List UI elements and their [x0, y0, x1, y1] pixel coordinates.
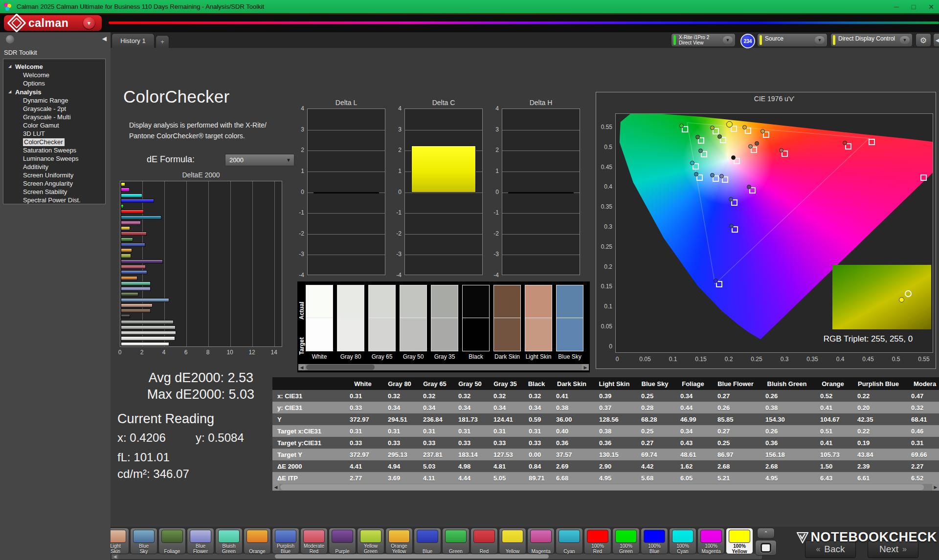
patch-button-foliage[interactable]: Foliage	[158, 528, 186, 554]
sidebar-item-dynamic-range[interactable]: Dynamic Range	[3, 96, 105, 105]
patch-button-cyan[interactable]: Cyan	[556, 528, 583, 554]
table-cell: 183.14	[452, 449, 488, 460]
sidebar-item-options[interactable]: Options	[3, 79, 105, 87]
window-icon	[762, 544, 770, 551]
measurement-table-grid: WhiteGray 80Gray 65Gray 50Gray 35BlackDa…	[272, 377, 939, 484]
sidebar-item-3d-lut[interactable]: 3D LUT	[3, 129, 105, 138]
meter-count-badge[interactable]: 234	[740, 34, 755, 48]
patch-button-green[interactable]: Green	[442, 528, 470, 554]
sidebar-item-welcome[interactable]: Welcome	[3, 71, 105, 79]
sidebar-item-spectral-power-dist-[interactable]: Spectral Power Dist.	[3, 196, 105, 204]
patch-swatch	[388, 530, 410, 543]
patch-button-blue-flower[interactable]: BlueFlower	[187, 528, 214, 554]
patch-button-orange[interactable]: Orange	[244, 528, 271, 554]
patch-button-yellow[interactable]: Yellow	[499, 528, 526, 554]
column-header-gray-35: Gray 35	[488, 377, 523, 390]
tab-add-button[interactable]: +	[156, 35, 169, 48]
swatch-column-dark-skin[interactable]: Dark Skin	[493, 285, 521, 360]
scroll-left-icon[interactable]: ◀	[272, 484, 279, 491]
display-control-dropdown[interactable]: Direct Display Control ▼	[830, 33, 913, 47]
maximize-icon[interactable]: □	[912, 3, 916, 11]
table-cell: 4.95	[760, 472, 814, 484]
patch-button-magenta[interactable]: Magenta	[527, 528, 555, 554]
swatch-column-blue-sky[interactable]: Blue Sky	[556, 285, 583, 360]
table-cell: 236.84	[417, 413, 452, 425]
de-formula-select[interactable]: 2000 ▼	[225, 154, 294, 166]
workflow-orb-icon[interactable]	[6, 35, 14, 43]
patch-button-100-cyan[interactable]: 100%Cyan	[669, 528, 696, 554]
patch-button-100-green[interactable]: 100%Green	[612, 528, 640, 554]
deltae-bar-green	[121, 237, 133, 241]
settings-button[interactable]: ⚙	[916, 33, 931, 47]
meter-dropdown[interactable]: X-Rite i1Pro 2 Direct View ▼	[671, 33, 736, 47]
tree-expander-icon[interactable]: ◢	[8, 89, 11, 94]
delta_c-ytick-1: 1	[392, 168, 402, 174]
swatch-column-black[interactable]: Black	[462, 285, 490, 360]
minimize-icon[interactable]: ─	[894, 3, 899, 11]
target-swatch	[306, 318, 333, 351]
tree-group-analysis[interactable]: ◢Analysis	[3, 87, 105, 96]
sidebar-item-colorchecker[interactable]: ColorChecker	[3, 138, 105, 146]
patch-button-100-yellow[interactable]: 100%Yellow	[726, 528, 753, 554]
calman-menu-dropdown[interactable]: ▼	[83, 17, 95, 29]
patchbar-scrollbar[interactable]: ◀	[112, 554, 762, 559]
sidebar-item-screen-stability[interactable]: Screen Stability	[3, 188, 105, 196]
pattern-window-button[interactable]	[755, 540, 777, 556]
next-button[interactable]: Next »	[868, 540, 918, 558]
cie-xtick-0.4: 0.4	[831, 356, 849, 363]
tree-expander-icon[interactable]: ◢	[8, 64, 11, 68]
source-dropdown[interactable]: Source ▼	[757, 33, 827, 47]
scroll-thumb[interactable]	[306, 365, 375, 370]
sidebar-item-screen-angularity[interactable]: Screen Angularity	[3, 179, 105, 188]
swatch-column-gray-35[interactable]: Gray 35	[431, 285, 458, 360]
sidebar-item-screen-uniformity[interactable]: Screen Uniformity	[3, 171, 105, 179]
patch-swatch	[133, 530, 155, 543]
deltae-xtick-8: 8	[204, 349, 212, 356]
patch-button-light-skin[interactable]: LightSkin	[111, 528, 129, 554]
patch-label: Orange	[244, 543, 270, 554]
sidebar-item-saturation-sweeps[interactable]: Saturation Sweeps	[3, 146, 105, 154]
patch-button-purple[interactable]: Purple	[329, 528, 356, 554]
sidebar-collapse-button[interactable]: ◀	[102, 35, 107, 42]
patch-button-purplish-blue[interactable]: PurplishBlue	[272, 528, 299, 554]
patch-button-blue[interactable]: Blue	[414, 528, 441, 554]
scroll-left-icon[interactable]: ◀	[298, 364, 305, 370]
back-button[interactable]: « Back	[805, 540, 856, 558]
tab-history-1[interactable]: History 1	[112, 33, 155, 48]
swatch-column-gray-65[interactable]: Gray 65	[368, 285, 396, 360]
swatch-column-light-skin[interactable]: Light Skin	[525, 285, 552, 360]
swatch-column-gray-50[interactable]: Gray 50	[400, 285, 427, 360]
patch-button-bluish-green[interactable]: BluishGreen	[215, 528, 243, 554]
sidebar-item-luminance-sweeps[interactable]: Luminance Sweeps	[3, 154, 105, 163]
table-cell: 5.05	[488, 472, 523, 484]
tree-group-welcome[interactable]: ◢Welcome	[3, 62, 105, 71]
sidebar-item-grayscale-multi[interactable]: Grayscale - Multi	[3, 113, 105, 121]
patch-button-yellow-green[interactable]: YellowGreen	[357, 528, 384, 554]
table-cell: 4.98	[452, 460, 488, 472]
swatch-column-gray-80[interactable]: Gray 80	[337, 285, 364, 360]
patch-button-100-magenta[interactable]: 100%Magenta	[697, 528, 725, 554]
table-cell: 294.51	[382, 413, 417, 425]
scroll-right-icon[interactable]: ▶	[582, 364, 589, 370]
patch-button-moderate-red[interactable]: ModerateRed	[300, 528, 328, 554]
swatch-column-white[interactable]: White	[306, 285, 333, 360]
patch-button-blue-sky[interactable]: BlueSky	[130, 528, 157, 554]
scroll-left-icon[interactable]: ◀	[112, 554, 118, 559]
swatch-scrollbar[interactable]: ◀▶	[298, 364, 589, 370]
collapse-panel-button[interactable]: ◀	[933, 33, 939, 47]
table-cell: 0.46	[905, 425, 939, 437]
sidebar-item-grayscale-2pt[interactable]: Grayscale - 2pt	[3, 105, 105, 113]
sidebar-item-color-gamut[interactable]: Color Gamut	[3, 121, 105, 129]
patch-button-orange-yellow[interactable]: OrangeYellow	[385, 528, 413, 554]
delta_h-plot	[502, 108, 580, 275]
patch-button-red[interactable]: Red	[470, 528, 498, 554]
column-header-foliage: Foliage	[674, 377, 712, 390]
sidebar-item-additivity[interactable]: Additivity	[3, 163, 105, 171]
actual-swatch	[462, 285, 490, 318]
close-icon[interactable]: ✕	[928, 3, 934, 11]
patch-button-100-blue[interactable]: 100%Blue	[641, 528, 668, 554]
table-scrollbar[interactable]: ◀ ▶	[272, 484, 939, 491]
scroll-right-icon[interactable]: ▶	[932, 484, 939, 491]
collapse-strip-button[interactable]: ⌃	[757, 528, 775, 538]
patch-button-100-red[interactable]: 100%Red	[584, 528, 611, 554]
